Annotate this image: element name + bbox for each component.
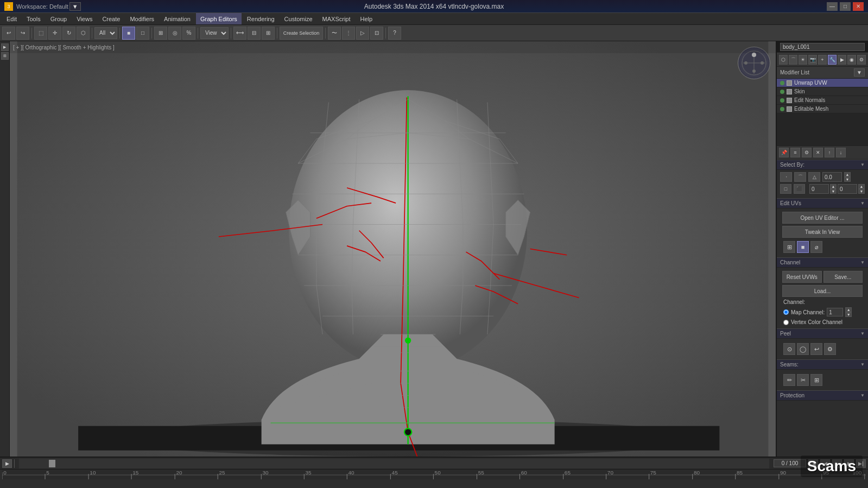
toolbar-move[interactable]: ✛ — [48, 27, 61, 40]
seam-btn1[interactable]: ✏ — [783, 374, 795, 386]
select-edge-btn[interactable]: ⌒ — [794, 172, 806, 182]
menu-help[interactable]: Help — [356, 13, 377, 24]
toolbar-schematic[interactable]: ⋮ — [342, 27, 355, 40]
tweak-in-view-btn[interactable]: Tweak In View — [782, 226, 863, 238]
configure-btn[interactable]: ⚙ — [802, 148, 812, 157]
menu-graph-editors[interactable]: Graph Editors — [196, 13, 242, 24]
timeline-track[interactable] — [19, 459, 769, 468]
protection-section[interactable]: Protection ▼ — [777, 390, 868, 401]
panel-icon-helper[interactable]: + — [818, 55, 827, 65]
select-value3-input[interactable] — [838, 184, 857, 194]
toolbar-create-sel[interactable]: Create Selection — [280, 27, 323, 40]
minimize-button[interactable]: — — [827, 2, 838, 11]
peel-btn2[interactable]: ◯ — [797, 343, 809, 355]
spin-up2[interactable]: ▲ — [830, 184, 837, 189]
map-spin-down[interactable]: ▼ — [845, 312, 852, 317]
peel-btn1[interactable]: ⊙ — [783, 343, 795, 355]
map-channel-radio[interactable] — [783, 309, 789, 315]
menu-maxscript[interactable]: MAXScript — [318, 13, 355, 24]
save-btn[interactable]: Save... — [823, 271, 863, 283]
toolbar-percent-snap[interactable]: % — [182, 27, 195, 40]
panel-icon-spline[interactable]: ⌒ — [789, 55, 797, 65]
uv-btn1[interactable]: ⊞ — [783, 241, 795, 253]
toolbar-curves[interactable]: 〜 — [328, 27, 341, 40]
panel-icon-modifier[interactable]: 🔧 — [828, 55, 837, 65]
seams-section[interactable]: Seams: ▼ — [777, 359, 868, 370]
map-channel-input[interactable] — [827, 308, 843, 316]
open-uv-editor-btn[interactable]: Open UV Editor ... — [782, 212, 863, 224]
channel-section[interactable]: Channel ▼ — [777, 257, 868, 268]
menu-customize[interactable]: Customize — [280, 13, 317, 24]
panel-icon-display[interactable]: ◉ — [847, 55, 856, 65]
menu-create[interactable]: Create — [98, 13, 124, 24]
toolbar-mirror[interactable]: ⟷ — [233, 27, 246, 40]
toolbar-rotate[interactable]: ↻ — [62, 27, 75, 40]
select-by-section[interactable]: Select By: ▼ — [777, 160, 868, 170]
modifier-unwrap-uvw[interactable]: Unwrap UVW — [777, 79, 868, 87]
peel-undo-btn[interactable]: ↩ — [810, 343, 822, 355]
seam-btn3[interactable]: ⊞ — [810, 374, 822, 386]
modifier-list-dropdown[interactable]: ▼ — [854, 68, 865, 77]
uv-btn3[interactable]: ⌀ — [810, 241, 822, 253]
modifier-skin[interactable]: Skin — [777, 87, 868, 96]
uv-btn2[interactable]: ■ — [797, 241, 809, 253]
delete-modifier-btn[interactable]: ✕ — [813, 148, 823, 157]
timeline-thumb[interactable] — [49, 460, 55, 467]
vertex-color-radio[interactable] — [783, 320, 789, 325]
viewport[interactable]: [ + ][ Orthographic ][ Smooth + Highligh… — [10, 41, 776, 457]
panel-icon-light[interactable]: ☀ — [799, 55, 807, 65]
move-down-btn[interactable]: ↓ — [836, 148, 846, 157]
left-btn-2[interactable]: ⊞ — [1, 52, 9, 60]
menu-edit[interactable]: Edit — [2, 13, 21, 24]
maximize-button[interactable]: □ — [840, 2, 851, 11]
toolbar-window-mode[interactable]: □ — [136, 27, 149, 40]
close-button[interactable]: ✕ — [853, 2, 864, 11]
panel-icon-motion[interactable]: ▶ — [838, 55, 846, 65]
spin-up[interactable]: ▲ — [844, 172, 851, 177]
select-vertex-btn[interactable]: ⬝ — [780, 172, 792, 182]
toolbar-select[interactable]: ⬚ — [34, 27, 47, 40]
menu-animation[interactable]: Animation — [160, 13, 195, 24]
peel-section[interactable]: Peel ▼ — [777, 328, 868, 339]
object-name-input[interactable] — [780, 43, 865, 51]
toolbar-array[interactable]: ⊞ — [262, 27, 275, 40]
move-up-btn[interactable]: ↑ — [825, 148, 834, 157]
view-dropdown[interactable]: View — [200, 27, 229, 39]
load-btn[interactable]: Load... — [782, 285, 863, 297]
select-element-btn[interactable]: ⬛ — [794, 184, 805, 194]
show-all-btn[interactable]: ≡ — [790, 148, 800, 157]
menu-tools[interactable]: Tools — [22, 13, 45, 24]
workspace-dropdown[interactable]: ▼ — [69, 2, 81, 11]
spin-up3[interactable]: ▲ — [858, 184, 865, 189]
menu-group[interactable]: Group — [46, 13, 72, 24]
map-spin-up[interactable]: ▲ — [845, 307, 852, 312]
select-poly-btn[interactable]: □ — [780, 184, 791, 194]
modifier-edit-normals[interactable]: Edit Normals — [777, 96, 868, 105]
panel-icon-geometry[interactable]: ⬡ — [779, 55, 788, 65]
panel-icon-utilities[interactable]: ⚙ — [857, 55, 866, 65]
toolbar-align[interactable]: ⊟ — [248, 27, 261, 40]
toolbar-scale[interactable]: ⬡ — [77, 27, 90, 40]
select-filter-dropdown[interactable]: All — [94, 27, 117, 39]
peel-btn4[interactable]: ⚙ — [824, 343, 836, 355]
spin-down[interactable]: ▼ — [844, 177, 851, 182]
select-value-input[interactable] — [822, 172, 842, 182]
spin-down3[interactable]: ▼ — [858, 189, 865, 194]
left-btn-play[interactable]: ▶ — [1, 43, 9, 51]
edit-uvs-section[interactable]: Edit UVs ▼ — [777, 198, 868, 208]
toolbar-angle-snap[interactable]: ◎ — [168, 27, 181, 40]
menu-rendering[interactable]: Rendering — [243, 13, 279, 24]
play-btn[interactable]: ▶ — [2, 459, 12, 468]
toolbar-render[interactable]: ▷ — [356, 27, 369, 40]
reset-uvws-btn[interactable]: Reset UVWs — [782, 271, 822, 283]
toolbar-snap[interactable]: ⊞ — [154, 27, 167, 40]
pin-stack-btn[interactable]: 📌 — [779, 148, 789, 157]
seam-btn2[interactable]: ✂ — [797, 374, 809, 386]
select-face-btn[interactable]: △ — [808, 172, 820, 182]
menu-modifiers[interactable]: Modifiers — [125, 13, 159, 24]
spin-down2[interactable]: ▼ — [830, 189, 837, 194]
toolbar-select-mode[interactable]: ■ — [122, 27, 135, 40]
panel-icon-camera[interactable]: 📷 — [808, 55, 817, 65]
modifier-editable-mesh[interactable]: Editable Mesh — [777, 105, 868, 113]
toolbar-help[interactable]: ? — [388, 27, 401, 40]
